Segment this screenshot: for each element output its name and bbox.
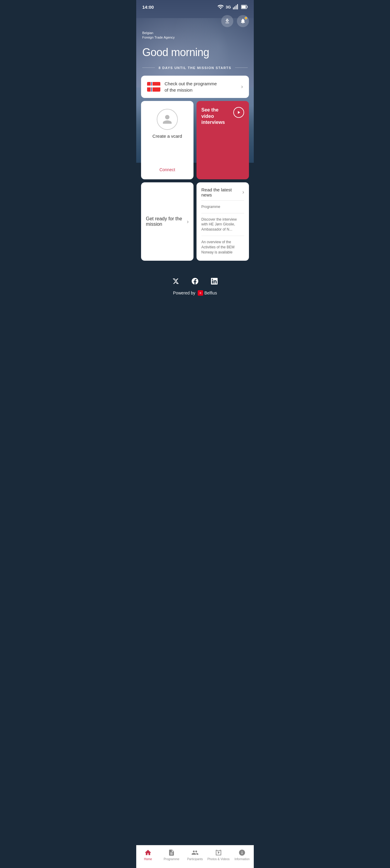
svg-rect-0 [233,7,234,9]
status-bar: 14:00 3G [136,0,254,13]
main-content: Check out the programme of the mission ›… [136,76,254,261]
agency-line2: Foreign Trade Agency [142,35,248,40]
news-card[interactable]: Read the latest news › Programme Discove… [197,182,249,261]
countdown-text: 8 DAYS UNTIL THE MISSION STARTS [158,66,231,70]
norway-flag [147,82,160,92]
programme-card[interactable]: Check out the programme of the mission › [141,76,249,98]
programme-chevron: › [241,84,243,90]
video-top: See the video interviews [201,106,244,175]
battery-icon [241,5,248,9]
agency-line1: Belgian [142,31,248,35]
mission-card[interactable]: Get ready for the mission › [141,182,193,261]
countdown-section: 8 DAYS UNTIL THE MISSION STARTS [136,66,254,76]
agency-logo: Belgian Foreign Trade Agency [136,30,254,41]
news-chevron: › [242,189,244,195]
svg-rect-3 [237,4,238,9]
news-item-2: Discover the interview with HE Jørn Glos… [201,216,244,233]
play-button[interactable] [233,107,244,118]
notification-dot [245,17,247,19]
news-divider-2 [201,213,244,213]
video-label: See the video interviews [201,107,231,126]
video-card[interactable]: See the video interviews [197,101,249,179]
news-divider-3 [201,236,244,236]
bottom-cards-grid: Get ready for the mission › Read the lat… [141,182,249,261]
greeting-text: Good morning [136,41,254,66]
programme-text: Check out the programme of the mission [164,81,237,93]
connect-link[interactable]: Connect [159,165,175,175]
download-icon [224,18,230,24]
programme-line1: Check out the programme [164,81,237,87]
news-title: Read the latest news [201,187,242,197]
belfius-square: = [198,290,203,296]
status-icons: 3G [217,4,248,10]
signal-icon [233,4,239,10]
play-icon [236,110,241,115]
news-title-row: Read the latest news › [201,187,244,197]
svg-rect-1 [235,6,235,9]
countdown-line-right [235,67,248,68]
svg-rect-2 [236,5,237,10]
linkedin-icon[interactable] [209,276,220,287]
network-label: 3G [226,5,231,9]
header-actions [136,13,254,30]
social-section [136,264,254,290]
top-cards-grid: Create a vcard Connect See the video int… [141,101,249,179]
belfius-logo: = Belfius [198,290,217,296]
svg-rect-6 [247,6,248,8]
mission-chevron: › [187,218,189,225]
nav-spacer [136,302,254,326]
vcard-card[interactable]: Create a vcard Connect [141,101,193,179]
download-button[interactable] [221,15,233,27]
news-divider-1 [201,200,244,201]
norway-flag-inner [147,82,160,92]
mission-label: Get ready for the mission [146,216,187,227]
person-icon [162,114,173,125]
news-item-3: An overview of the Activities of the BEM… [201,239,244,256]
countdown-line-left [142,67,155,68]
powered-by: Powered by = Belfius [136,290,254,302]
vcard-label: Create a vcard [152,133,182,138]
belfius-name: Belfius [204,290,217,296]
wifi-icon [217,4,224,10]
news-item-1: Programme [201,203,244,211]
avatar-circle [157,109,178,130]
time: 14:00 [142,4,154,10]
powered-by-text: Powered by [173,290,195,296]
facebook-icon[interactable] [189,276,201,287]
svg-rect-5 [242,6,246,8]
programme-line2: of the mission [164,87,237,93]
twitter-icon[interactable] [170,276,181,287]
notification-button[interactable] [237,15,249,27]
